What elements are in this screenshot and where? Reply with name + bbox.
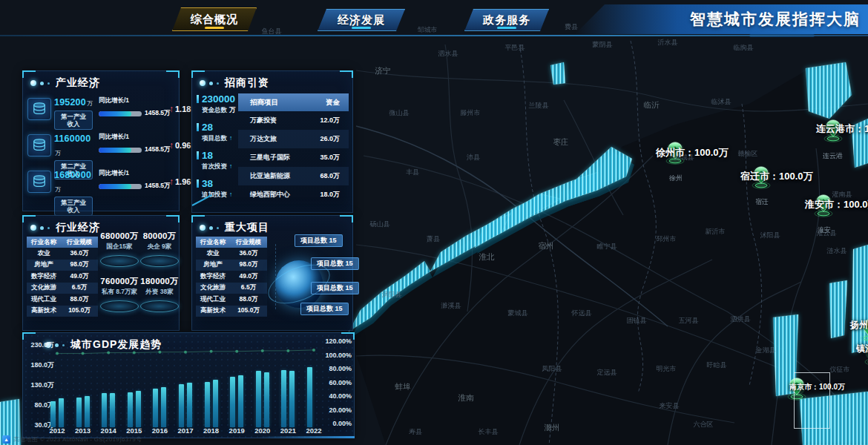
x-axis-tick: 2022	[300, 426, 327, 435]
change-indicator: ↑1.18	[169, 95, 191, 131]
progress-fill	[99, 184, 131, 189]
tab-active-underline	[497, 27, 516, 29]
gdp-bar	[128, 392, 133, 427]
panel-title-row: 城市GDP发展趋势	[23, 333, 354, 352]
dot-icon	[62, 344, 65, 346]
tab-active-underline	[205, 27, 224, 29]
investment-stat: 38追加投资↑	[197, 178, 238, 200]
x-axis-tick: 2021	[274, 426, 301, 435]
sector-name: 数字经济	[27, 272, 61, 281]
sector-table: 行业名称行业规模农业36.0万房地产98.0万数字经济49.0万文化旅游6.5万…	[27, 237, 98, 317]
project-count-badge: 项目总数 15	[311, 257, 359, 270]
gdp-bar	[281, 370, 286, 427]
table-header-row: 行业名称行业规模	[196, 237, 267, 248]
amap-logo-icon: ▲	[2, 435, 10, 444]
panel-title: 招商引资	[225, 76, 269, 90]
y-axis-tick-left: 180.0万	[23, 360, 54, 370]
panel-major-projects: 重大项目 行业名称行业规模农业36.0万房地产98.0万数字经济49.0万文化旅…	[191, 215, 353, 331]
table-row: 农业36.0万	[27, 248, 98, 260]
up-arrow-icon: ↑	[169, 105, 174, 113]
map-pin[interactable]	[815, 194, 832, 217]
dot-icon	[47, 82, 50, 85]
industry-row: 1680000万第三产业收入同比增长/11458.5万↑1.96	[27, 168, 177, 204]
y-axis-tick-right: 60.00%	[319, 379, 352, 386]
stat-label: 首次投资↑	[202, 162, 238, 171]
dot-icon	[209, 226, 213, 230]
map-pin[interactable]	[824, 119, 842, 142]
glow-ring	[100, 300, 139, 312]
gdp-bar	[213, 380, 218, 427]
gdp-bar	[264, 372, 269, 427]
change-indicator: ↑0.96	[169, 131, 191, 168]
sector-scale: 105.0万	[61, 306, 98, 315]
table-row: 高新技术105.0万	[196, 306, 267, 317]
sector-name: 现代工业	[27, 295, 61, 304]
x-axis-tick: 2013	[70, 426, 96, 435]
stat-label: 资金总数万	[202, 106, 238, 115]
industry-label: 第三产业收入	[54, 197, 93, 216]
map-pin[interactable]	[752, 166, 770, 188]
stat-value: 28	[202, 122, 238, 133]
gdp-bar	[307, 367, 312, 427]
stat-label: 私有 8.7万家	[100, 288, 139, 297]
projects-table: 行业名称行业规模农业36.0万房地产98.0万数字经济49.0万文化旅游6.5万…	[196, 237, 267, 317]
dot-icon	[40, 226, 44, 230]
up-arrow-icon: ↑	[229, 134, 232, 142]
project-amount: 26.0万	[301, 134, 349, 144]
coin-stack-icon	[27, 98, 51, 120]
map-pin[interactable]	[666, 142, 684, 164]
change-value: 0.96	[175, 141, 191, 150]
gdp-bar	[59, 398, 64, 427]
table-row: 现代工业88.0万	[27, 294, 98, 306]
dot-icon	[40, 82, 44, 85]
sector-scale: 88.0万	[230, 295, 267, 304]
col-header: 行业名称	[27, 238, 61, 247]
stat-value: 680000万	[100, 231, 139, 242]
tab-services[interactable]: 政务服务	[464, 9, 549, 31]
table-row: 比亚迪新能源68.0万	[238, 167, 349, 185]
up-arrow-icon: ↑	[169, 141, 174, 150]
industry-value-block: 1160000万第二产业收入	[54, 131, 97, 168]
y-axis-tick-right: 120.00%	[319, 337, 352, 345]
unit-label: 万	[55, 186, 61, 193]
industry-value: 1160000	[54, 134, 91, 144]
gdp-bar	[179, 384, 184, 427]
up-arrow-icon: ↑	[169, 177, 174, 186]
enterprise-stats: 680000万国企15家80000万央企 9家760000万私有 8.7万家18…	[100, 231, 177, 321]
stat-value: 760000万	[100, 276, 139, 287]
progress-fill	[99, 111, 131, 116]
industry-value: 195200	[54, 97, 86, 108]
investment-stat: 230000资金总数万	[197, 93, 238, 115]
progress-track	[99, 148, 142, 153]
industry-trend: 同比增长/11458.5万	[99, 95, 168, 131]
tab-economy[interactable]: 经济发展	[318, 9, 405, 31]
project-name: 万豪投资	[238, 116, 301, 125]
sector-scale: 36.0万	[230, 249, 267, 258]
tab-economy-label: 经济发展	[338, 13, 385, 27]
project-name: 绿地西部中心	[238, 190, 301, 200]
sector-scale: 6.5万	[61, 283, 98, 292]
industry-label: 第一产业收入	[54, 111, 93, 130]
col-header: 行业规模	[61, 238, 98, 247]
table-row: 农业36.0万	[196, 248, 267, 260]
sector-name: 农业	[196, 249, 230, 258]
table-row: 绿地西部中心18.0万	[238, 185, 349, 204]
project-count-badge: 项目总数 15	[295, 234, 343, 247]
gdp-bar	[85, 396, 90, 427]
dot-icon	[217, 227, 219, 229]
project-amount: 68.0万	[301, 171, 349, 181]
sector-name: 数字经济	[196, 272, 230, 281]
sector-name: 房地产	[27, 260, 61, 269]
tab-overview[interactable]: 综合概况	[172, 7, 257, 31]
panel-investment: 招商引资 230000资金总数万28项目总数↑18首次投资↑38追加投资↑ 招商…	[191, 70, 353, 213]
corner-accent	[258, 436, 355, 438]
up-arrow-icon: ↑	[229, 191, 232, 198]
bar-row: 1458.5万	[99, 145, 168, 154]
stat-label: 国企15家	[100, 243, 139, 251]
industry-value-block: 195200万第一产业收入	[54, 95, 97, 131]
table-header-row: 招商项目资金	[238, 93, 349, 111]
change-value: 1.18	[175, 105, 191, 113]
col-header: 招商项目	[238, 98, 301, 108]
table-row: 文化旅游6.5万	[27, 283, 98, 294]
stat-value: 180000万	[140, 276, 179, 287]
